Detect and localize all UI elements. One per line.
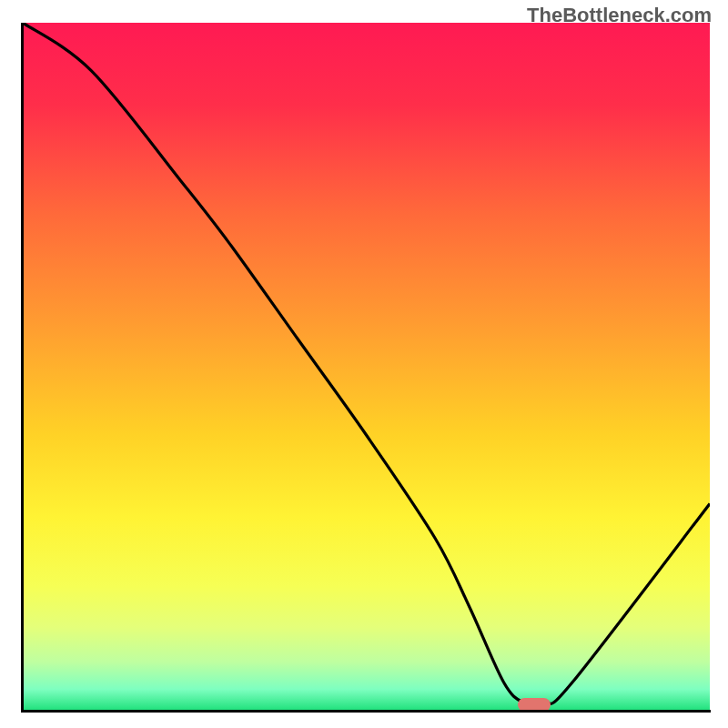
bottleneck-curve <box>23 23 710 710</box>
chart-plot-area <box>23 23 710 710</box>
y-axis <box>21 23 24 713</box>
x-axis <box>21 710 711 713</box>
watermark-text: TheBottleneck.com <box>527 4 712 27</box>
